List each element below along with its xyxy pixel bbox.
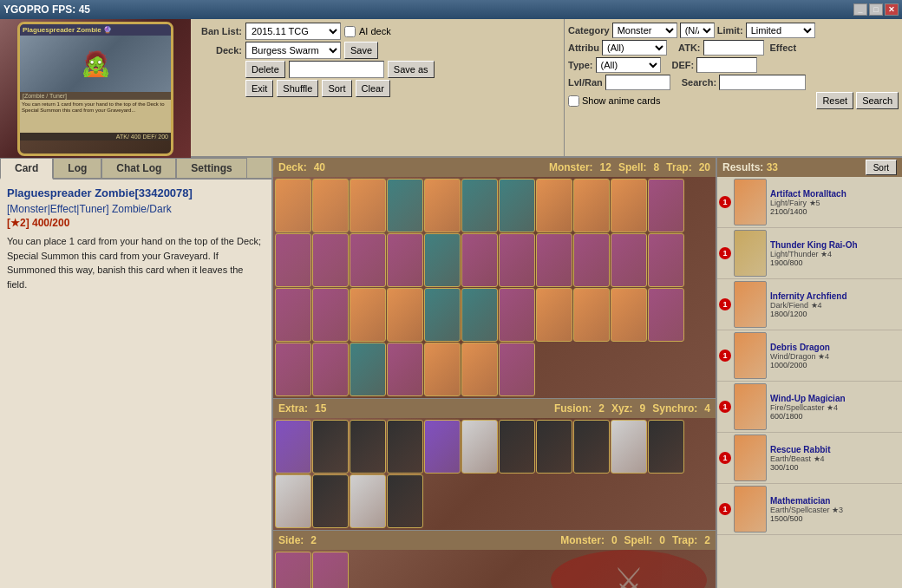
tab-log[interactable]: Log	[53, 158, 101, 178]
result-item[interactable]: 1Rescue RabbitEarth/Beast ★4300/100	[717, 433, 902, 484]
side-deck-card[interactable]	[275, 552, 311, 588]
main-deck-card[interactable]	[424, 288, 461, 342]
main-deck-card[interactable]	[536, 288, 572, 342]
atk-input[interactable]	[703, 40, 764, 56]
result-item[interactable]: 1Wind-Up MagicianFire/Spellcaster ★4600/…	[717, 382, 902, 433]
anime-checkbox[interactable]	[568, 95, 579, 107]
delete-button[interactable]: Delete	[245, 61, 285, 78]
extra-deck-card[interactable]	[461, 420, 498, 474]
tab-settings[interactable]: Settings	[176, 158, 246, 178]
main-deck-card[interactable]	[350, 343, 386, 396]
main-deck-card[interactable]	[573, 179, 610, 232]
main-deck-card[interactable]	[573, 288, 610, 342]
clear-button[interactable]: Clear	[356, 80, 390, 97]
result-card-name: Artifact Moralltach	[770, 189, 900, 199]
main-deck-card[interactable]	[536, 179, 572, 232]
main-deck-card[interactable]	[275, 179, 311, 232]
main-deck-card[interactable]	[312, 343, 349, 396]
reset-button[interactable]: Reset	[816, 92, 853, 109]
main-deck-card[interactable]	[648, 179, 684, 232]
ai-deck-checkbox[interactable]	[344, 26, 356, 37]
main-deck-card[interactable]	[350, 179, 386, 232]
main-deck-card[interactable]	[648, 288, 684, 342]
main-deck-card[interactable]	[461, 343, 498, 396]
main-deck-card[interactable]	[275, 343, 311, 396]
extra-deck-card[interactable]	[424, 420, 461, 474]
main-deck-card[interactable]	[536, 233, 572, 287]
extra-deck-card[interactable]	[312, 420, 349, 474]
main-deck-card[interactable]	[499, 288, 535, 342]
sort-deck-button[interactable]: Sort	[322, 80, 351, 97]
main-deck-card[interactable]	[461, 233, 498, 287]
close-button[interactable]: ✕	[885, 3, 899, 16]
deck-area-label: Deck:	[278, 161, 307, 173]
main-deck-card[interactable]	[461, 288, 498, 342]
main-deck-card[interactable]	[312, 288, 349, 342]
extra-deck-card[interactable]	[387, 420, 423, 474]
extra-deck-card[interactable]	[573, 420, 610, 474]
main-deck-card[interactable]	[387, 179, 423, 232]
extra-deck-card[interactable]	[350, 474, 386, 528]
side-deck-card[interactable]	[312, 552, 349, 588]
main-deck-card[interactable]	[387, 288, 423, 342]
main-deck-card[interactable]	[424, 343, 461, 396]
maximize-button[interactable]: □	[869, 3, 883, 16]
main-deck-card[interactable]	[275, 233, 311, 287]
search-input[interactable]	[719, 75, 806, 90]
window-controls[interactable]: _ □ ✕	[853, 3, 899, 16]
type-select[interactable]: (All)	[596, 57, 661, 73]
result-item[interactable]: 1Artifact MoralltachLight/Fairy ★52100/1…	[717, 177, 902, 228]
result-item[interactable]: 1MathematicianEarth/Spellcaster ★31500/5…	[717, 484, 902, 535]
extra-deck-card[interactable]	[648, 420, 684, 474]
main-deck-card[interactable]	[350, 233, 386, 287]
side-monster-count: 0	[611, 534, 618, 546]
exit-button[interactable]: Exit	[245, 80, 273, 97]
anime-label: Show anime cards	[582, 95, 661, 106]
save-button[interactable]: Save	[344, 42, 378, 59]
main-deck-card[interactable]	[611, 288, 647, 342]
main-deck-card[interactable]	[499, 343, 535, 396]
main-deck-card[interactable]	[648, 233, 684, 287]
tab-chatlog[interactable]: Chat Log	[101, 158, 176, 178]
def-input[interactable]	[696, 57, 757, 73]
result-item[interactable]: 1Debris DragonWind/Dragon ★41000/2000	[717, 330, 902, 382]
extra-deck-card[interactable]	[312, 474, 349, 528]
limit-select[interactable]: Limited	[746, 23, 815, 38]
main-deck-card[interactable]	[611, 179, 647, 232]
extra-deck-card[interactable]	[275, 474, 311, 528]
shuffle-button[interactable]: Shuffle	[277, 80, 318, 97]
main-deck-card[interactable]	[312, 233, 349, 287]
main-deck-card[interactable]	[275, 288, 311, 342]
main-deck-card[interactable]	[424, 233, 461, 287]
main-deck-card[interactable]	[573, 233, 610, 287]
extra-deck-card[interactable]	[536, 420, 572, 474]
main-deck-card[interactable]	[424, 179, 461, 232]
main-deck-card[interactable]	[499, 233, 535, 287]
main-deck-card[interactable]	[312, 179, 349, 232]
result-item[interactable]: 1Thunder King Rai-OhLight/Thunder ★41900…	[717, 228, 902, 279]
attrib-select[interactable]: (All)	[602, 40, 667, 56]
deck-select[interactable]: Burgess Swarm	[245, 42, 341, 59]
main-deck-card[interactable]	[387, 233, 423, 287]
extra-deck-card[interactable]	[611, 420, 647, 474]
main-deck-card[interactable]	[387, 343, 423, 396]
extra-deck-card[interactable]	[387, 474, 423, 528]
main-deck-card[interactable]	[499, 179, 535, 232]
extra-deck-card[interactable]	[350, 420, 386, 474]
results-sort-button[interactable]: Sort	[866, 160, 897, 175]
main-deck-card[interactable]	[350, 288, 386, 342]
extra-deck-card[interactable]	[275, 420, 311, 474]
category-select[interactable]: Monster	[612, 23, 677, 38]
tab-card[interactable]: Card	[0, 158, 53, 180]
banlist-select[interactable]: 2015.11 TCG	[245, 23, 341, 40]
main-deck-card[interactable]	[461, 179, 498, 232]
lvlrank-input[interactable]	[605, 75, 670, 90]
deck-name-input[interactable]	[289, 61, 384, 78]
saveas-button[interactable]: Save as	[388, 61, 435, 78]
minimize-button[interactable]: _	[853, 3, 867, 16]
search-button[interactable]: Search	[856, 92, 899, 109]
na-select[interactable]: (N/A)	[680, 23, 715, 38]
result-item[interactable]: 1Infernity ArchfiendDark/Fiend ★41800/12…	[717, 279, 902, 330]
main-deck-card[interactable]	[611, 233, 647, 287]
extra-deck-card[interactable]	[499, 420, 535, 474]
